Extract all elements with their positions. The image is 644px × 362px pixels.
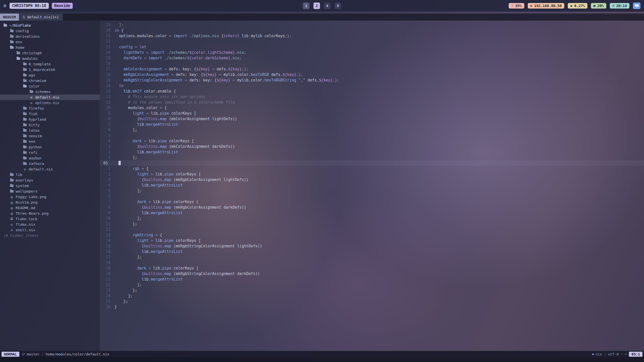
code-line[interactable]: 21 lib.mergeAttrsList [100,277,644,282]
code-line[interactable]: 13 rgbString = { [100,232,644,238]
tree-item-flake-lock[interactable]: flake.lock [0,216,100,222]
code-line[interactable]: 12 # This module sets its own options [100,94,644,100]
tree-item-1-deprecated[interactable]: 1_deprecated [0,67,100,72]
code-line[interactable]: 17 ]; [100,254,644,260]
code-line[interactable]: 4 dark = lib.pipe colorKeys [ [100,138,644,144]
tree-item-latex[interactable]: latex [0,128,100,133]
code-line[interactable]: 15 (builtins.map (mkRgbStringColorAssign… [100,243,644,249]
code-line[interactable]: 11 }; [100,221,644,227]
code-line[interactable]: 23 }; [100,288,644,293]
code-line[interactable]: 18 [100,61,644,66]
workspace-4[interactable]: 4 [324,3,331,9]
code-line[interactable]: 3 (builtins.map (mkColorAssignment darkD… [100,144,644,149]
code-line[interactable]: 4 lib.mergeAttrsList [100,183,644,188]
tree-item-ags[interactable]: ags [0,72,100,78]
tree-item-readme-md[interactable]: ▤README.md [0,205,100,211]
tree-item-default-nix[interactable]: ⚙default.nix [0,166,100,172]
tree-item-options-nix[interactable]: ⚙options.nix [0,100,100,106]
code-line[interactable]: 9 lib.mergeAttrsList [100,210,644,216]
network-chip: ●192.168.86.50 [528,3,564,9]
code-line[interactable]: 16 lib.mergeAttrsList [100,249,644,254]
code-line[interactable]: 21 config = let [100,44,644,50]
tree-item-schemes[interactable]: schemes [0,89,100,95]
code-line[interactable]: 8 (builtins.map (mkRgbColorAssignment da… [100,205,644,210]
workspace-1[interactable]: 1 [303,3,309,9]
tree-item-shell-nix[interactable]: ⚙shell.nix [0,227,100,233]
code-line[interactable]: 24in { [100,28,644,33]
tree-item-rofi[interactable]: rofi [0,150,100,155]
code-line[interactable]: 14 in [100,83,644,88]
code-line[interactable]: 17 mkColorAssignment = defs: key: {${key… [100,66,644,72]
tree-item-default-nix[interactable]: ⚙default.nix [0,95,100,100]
code-line[interactable]: 19 dark = lib.pipe colorKeys [ [100,265,644,271]
code-line[interactable]: 1 rgb = { [100,166,644,171]
code-line[interactable]: 11 # to the values specified in a colors… [100,100,644,105]
code-line[interactable]: 13 lib.mkIf color.enable { [100,88,644,94]
code-line[interactable]: 25 ]; [100,22,644,28]
tree-item-hyprland[interactable]: hyprland [0,117,100,122]
code-line[interactable]: 3 (builtins.map (mkRgbColorAssignment li… [100,177,644,183]
display-tray-icon[interactable] [633,3,640,9]
tree-item-home[interactable]: home [0,45,100,50]
code-line[interactable]: 15 mkRgbStringColorAssignment = defs: ke… [100,77,644,83]
code-line[interactable]: 25 }; [100,299,644,304]
tree-item-three-bears-png[interactable]: ▨Three-Bears.png [0,211,100,216]
tree-item-flake-nix[interactable]: ⚙flake.nix [0,222,100,227]
code-line[interactable]: 8 (builtins.map (mkColorAssignment light… [100,116,644,122]
code-line[interactable]: 10 ]; [100,216,644,221]
code-line[interactable]: 5 [100,133,644,138]
tree-item-color[interactable]: color [0,83,100,89]
code-line[interactable]: 2 light = lib.pipe colorKeys [ [100,171,644,177]
code-line[interactable]: 19 darkDefs = import ./schemes/${color.d… [100,55,644,61]
code-line[interactable]: 16 mkRgbColorAssignment = defs: key: {${… [100,72,644,77]
code-line-current[interactable]: 65 [100,160,644,166]
code-line[interactable]: 6 [100,194,644,199]
code-editor[interactable]: 25 ];24in {23 options.modules.color = im… [100,21,644,351]
code-line[interactable]: 9 light = lib.pipe colorKeys [ [100,111,644,116]
tree-item-chromium[interactable]: chromium [0,78,100,83]
tree-item-0-template[interactable]: 0_template [0,61,100,67]
tree-item-config[interactable]: config [0,28,100,34]
workspace-2[interactable]: 2 [313,3,320,9]
code-line[interactable]: 22 [100,39,644,44]
tree-item-derivations[interactable]: derivations [0,34,100,39]
tree-item-python[interactable]: python [0,144,100,150]
tree-item-wallpapers[interactable]: wallpapers [0,189,100,194]
code-line[interactable]: 22 ]; [100,282,644,288]
tree-item-nnn[interactable]: nnn [0,139,100,144]
code-line[interactable]: 26} [100,304,644,310]
neovide-window-chip[interactable]: Neovide [52,3,73,9]
code-line[interactable]: 18 [100,260,644,265]
tree-item-env[interactable]: env [0,39,100,45]
code-line[interactable]: 7 lib.mergeAttrsList [100,122,644,127]
encoding-label: utf-8 [608,352,619,356]
tree-item--nixflake[interactable]: ~/NixFlake [0,23,100,28]
code-line[interactable]: 7 dark = lib.pipe colorKeys [ [100,199,644,205]
tree-item-lib[interactable]: lib [0,172,100,177]
tree-item-modules[interactable]: modules [0,56,100,61]
tree-item-foggy-lake-png[interactable]: ▨Foggy-Lake.png [0,194,100,200]
code-line[interactable]: 5 ]; [100,188,644,194]
tree-item-nixvim-png[interactable]: ▨NixVim.png [0,200,100,205]
tree-item-kitty[interactable]: kitty [0,122,100,128]
workspace-9[interactable]: 9 [335,3,341,9]
tree-item-system[interactable]: system [0,183,100,189]
tree-item-fish[interactable]: fish [0,111,100,117]
tree-item-zathura[interactable]: zathura [0,161,100,166]
code-line[interactable]: 1 ]; [100,155,644,160]
tree-item-firefox[interactable]: firefox [0,106,100,111]
code-line[interactable]: 14 light = lib.pipe colorKeys [ [100,238,644,243]
code-line[interactable]: 6 ]; [100,127,644,133]
tree-item-waybar[interactable]: waybar [0,155,100,161]
tree-item-neovim[interactable]: neovim [0,133,100,139]
tree-item-christoph[interactable]: christoph [0,50,100,56]
code-line[interactable]: 23 options.modules.color = import ./opti… [100,33,644,39]
code-line[interactable]: 2 lib.mergeAttrsList [100,149,644,155]
code-line[interactable]: 20 (builtins.map (mkRgbStringColorAssign… [100,271,644,277]
buffer-tab[interactable]: 1 default.nix[1+] [19,14,63,21]
tree-item-overlays[interactable]: overlays [0,177,100,183]
code-line[interactable]: 12 [100,227,644,232]
code-line[interactable]: 24 }; [100,293,644,299]
code-line[interactable]: 10 modules.color = { [100,105,644,111]
code-line[interactable]: 20 lightDefs = import ./schemes/${color.… [100,50,644,55]
